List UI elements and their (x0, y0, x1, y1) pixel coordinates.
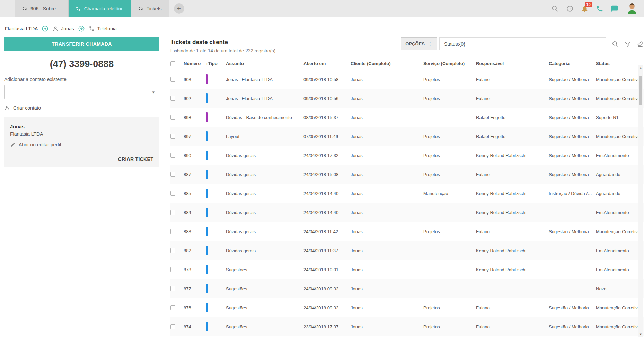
column-header-tipo[interactable]: ↑ Tipo (206, 61, 226, 66)
cell-cliente: Jonas (351, 172, 423, 177)
ticket-row[interactable]: 887Dúvidas gerais24/04/2018 15:08JonasPr… (170, 165, 644, 184)
ticket-row[interactable]: 897Layout07/05/2018 11:49JonasProjetosRa… (170, 127, 644, 146)
cell-assunto: Jonas - Flantasia LTDA (226, 77, 303, 82)
top-tab-bar: 906 - Sobre ... Chamada telefôni... Tick… (0, 0, 644, 17)
edit-profile-link[interactable]: Abrir ou editar perfil (10, 142, 153, 147)
table-toolbar: OPÇÕES ⋮ (401, 37, 644, 50)
row-checkbox[interactable] (170, 96, 184, 101)
clear-filter-eraser-icon[interactable] (637, 40, 644, 47)
row-checkbox[interactable] (170, 267, 184, 272)
cell-tipo (206, 265, 226, 274)
column-header-assunto[interactable]: Assunto (226, 61, 303, 66)
search-icon[interactable] (612, 40, 619, 47)
ticket-row[interactable]: 903Jonas - Flantasia LTDA09/05/2018 10:5… (170, 70, 644, 89)
breadcrumb-company-link[interactable]: Flantasia LTDA (5, 26, 38, 31)
person-add-icon (4, 105, 10, 111)
row-checkbox[interactable] (170, 115, 184, 120)
phone-icon (76, 6, 81, 11)
column-header-aberto_em[interactable]: Aberto em (303, 61, 351, 66)
cell-categoria: Sugestão / Melhoria (549, 153, 596, 158)
cell-status: Aguardando (596, 191, 644, 196)
filter-input[interactable] (439, 37, 606, 50)
cell-categoria: Sugestão / Melhoria (549, 96, 596, 101)
ticket-row[interactable]: 874Sugestões23/04/2018 17:37JonasProjeto… (170, 317, 644, 336)
transfer-call-button[interactable]: TRANSFERIR CHAMADA (4, 37, 159, 51)
row-checkbox[interactable] (170, 210, 184, 215)
chat-icon[interactable] (611, 5, 618, 12)
cell-tipo (206, 151, 226, 160)
cell-numero: 898 (184, 115, 206, 120)
tab-label: Chamada telefôni... (84, 6, 126, 11)
cell-servico: Projetos (423, 305, 476, 310)
ticket-row[interactable]: 898Dúvidas - Base de conhecimento08/05/2… (170, 108, 644, 127)
ticket-row[interactable]: 878Sugestões24/04/2018 10:01JonasKenny R… (170, 260, 644, 279)
ticket-row[interactable]: 884Dúvidas gerais24/04/2018 14:40JonasKe… (170, 203, 644, 222)
ticket-row[interactable]: 885Dúvidas gerais24/04/2018 14:40JonasMa… (170, 184, 644, 203)
vertical-scrollbar[interactable]: ▲ ▼ (638, 65, 643, 337)
add-tab-button[interactable]: + (174, 3, 184, 14)
telephony-phone-icon[interactable] (596, 5, 603, 12)
breadcrumb-contact[interactable]: Jonas (52, 26, 74, 32)
cell-assunto: Dúvidas gerais (226, 153, 303, 158)
breadcrumb: Flantasia LTDA Jonas Telefonia (0, 17, 644, 37)
ticket-row[interactable]: 890Dúvidas gerais24/04/2018 17:32JonasPr… (170, 146, 644, 165)
cell-cliente: Jonas (351, 324, 423, 329)
caller-phone-number: (47) 3399-0888 (4, 59, 159, 70)
ticket-row[interactable]: 876Sugestões24/04/2018 09:32JonasProjeto… (170, 298, 644, 317)
tab-tickets[interactable]: Tickets (131, 0, 169, 17)
column-header-status[interactable]: Status (596, 61, 644, 66)
user-avatar[interactable] (626, 2, 638, 15)
cell-aberto_em: 23/04/2018 17:37 (303, 324, 351, 329)
cell-cliente: Jonas (351, 134, 423, 139)
ticket-row[interactable]: 902Jonas - Flantasia LTDA09/05/2018 10:5… (170, 89, 644, 108)
row-checkbox[interactable] (170, 248, 184, 253)
cell-servico: Projetos (423, 134, 476, 139)
scroll-down-button[interactable]: ▼ (638, 331, 643, 337)
filter-funnel-icon[interactable] (624, 40, 631, 47)
column-header-servico[interactable]: Serviço (Completo) (423, 61, 476, 66)
cell-aberto_em: 24/04/2018 11:37 (303, 248, 351, 253)
cell-aberto_em: 24/04/2018 09:32 (303, 305, 351, 310)
breadcrumb-section[interactable]: Telefonia (89, 26, 117, 32)
contact-name: Jonas (10, 124, 153, 129)
row-checkbox[interactable] (170, 191, 184, 196)
column-header-numero[interactable]: Número (184, 61, 206, 66)
cell-responsavel: Fulano (476, 96, 549, 101)
search-icon[interactable] (551, 5, 559, 12)
cell-assunto: Jonas - Flantasia LTDA (226, 96, 303, 101)
cell-assunto: Dúvidas gerais (226, 248, 303, 253)
ticket-row[interactable]: 882Dúvidas gerais24/04/2018 11:37JonasKe… (170, 241, 644, 260)
breadcrumb-contact-label: Jonas (61, 26, 74, 31)
create-contact-link[interactable]: Criar contato (4, 105, 159, 111)
row-checkbox[interactable] (170, 77, 184, 82)
create-ticket-button[interactable]: CRIAR TICKET (10, 156, 153, 162)
row-checkbox[interactable] (170, 324, 184, 329)
tab-906-sobre[interactable]: 906 - Sobre ... (15, 0, 69, 17)
notifications-bell-icon[interactable]: 10 (581, 5, 589, 12)
cell-aberto_em: 24/04/2018 14:40 (303, 210, 351, 215)
add-contact-label: Adicionar a contato existente (4, 76, 159, 82)
scroll-up-button[interactable]: ▲ (638, 65, 643, 71)
history-clock-icon[interactable] (566, 5, 574, 12)
existing-contact-select[interactable]: ▾ (4, 85, 159, 99)
ticket-row[interactable]: 877Sugestões24/04/2018 09:32JonasNovo (170, 279, 644, 298)
row-checkbox[interactable] (170, 229, 184, 234)
column-header-cliente[interactable]: Cliente (Completo) (351, 61, 423, 66)
cell-cliente: Jonas (351, 229, 423, 234)
cell-responsavel: Kenny Roland Rabitzsch (476, 191, 549, 196)
column-header-responsavel[interactable]: Responsável (476, 61, 549, 66)
row-checkbox[interactable] (170, 134, 184, 139)
row-checkbox[interactable] (170, 286, 184, 291)
row-checkbox[interactable] (170, 172, 184, 177)
cell-tipo (206, 170, 226, 179)
tab-chamada-telefonica[interactable]: Chamada telefôni... (69, 0, 131, 17)
row-checkbox[interactable] (170, 153, 184, 158)
options-button[interactable]: OPÇÕES ⋮ (401, 37, 437, 50)
cell-numero: 903 (184, 77, 206, 82)
scrollbar-thumb[interactable] (639, 76, 642, 105)
column-header-categoria[interactable]: Categoria (549, 61, 596, 66)
select-all-checkbox[interactable] (170, 61, 184, 66)
cell-cliente: Jonas (351, 191, 423, 196)
ticket-row[interactable]: 883Dúvidas gerais24/04/2018 11:42JonasPr… (170, 222, 644, 241)
row-checkbox[interactable] (170, 305, 184, 310)
